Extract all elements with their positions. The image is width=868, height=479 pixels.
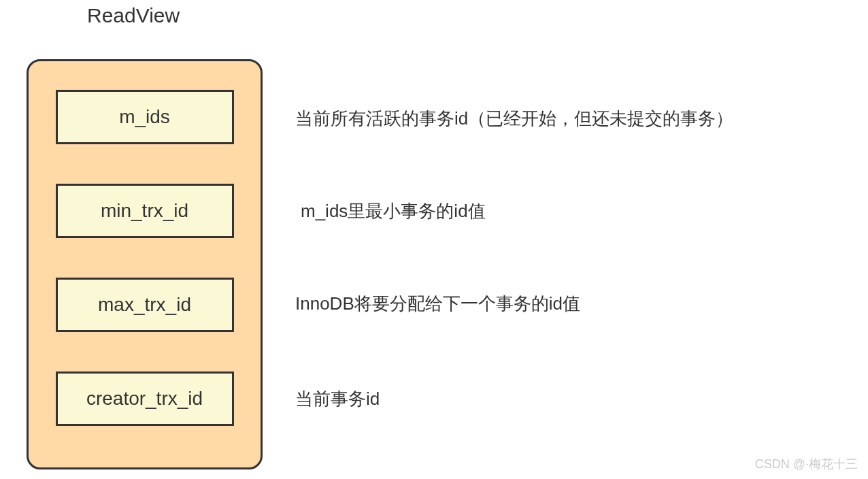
field-creator-trx-id: creator_trx_id bbox=[56, 371, 234, 426]
field-description: 当前事务id bbox=[295, 387, 380, 411]
field-description: m_ids里最小事务的id值 bbox=[301, 199, 486, 223]
field-description: 当前所有活跃的事务id（已经开始，但还未提交的事务） bbox=[295, 107, 733, 131]
readview-container: m_ids min_trx_id max_trx_id creator_trx_… bbox=[27, 59, 263, 469]
field-label: min_trx_id bbox=[101, 200, 188, 222]
field-label: m_ids bbox=[119, 106, 170, 128]
field-max-trx-id: max_trx_id bbox=[56, 278, 234, 332]
diagram-title: ReadView bbox=[87, 4, 180, 27]
field-label: creator_trx_id bbox=[86, 388, 203, 410]
watermark-text: CSDN @·梅花十三 bbox=[755, 456, 858, 472]
field-min-trx-id: min_trx_id bbox=[56, 184, 234, 238]
field-m-ids: m_ids bbox=[56, 90, 234, 144]
field-description: InnoDB将要分配给下一个事务的id值 bbox=[295, 292, 580, 316]
field-label: max_trx_id bbox=[98, 294, 191, 316]
